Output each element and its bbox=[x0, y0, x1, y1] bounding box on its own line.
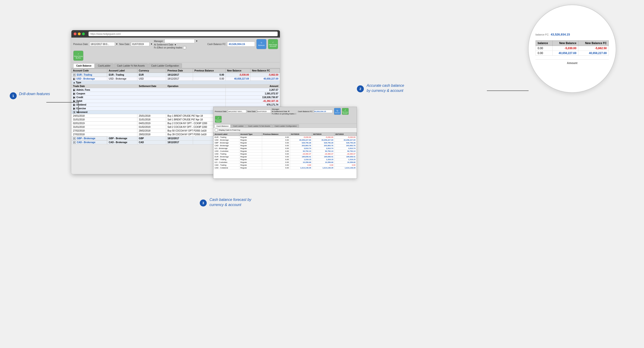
sw-table-row: USD - Custodian Regular 0.00 92,792.13 9… bbox=[214, 150, 357, 153]
zoom-amount-label: Amount bbox=[536, 59, 609, 65]
col-new-balance[interactable]: New Balance bbox=[226, 69, 250, 73]
sw-cash-fc-label: Cash Balance FC: bbox=[298, 110, 313, 112]
new-date-input[interactable] bbox=[131, 42, 150, 46]
sw-prev-date-input[interactable] bbox=[228, 110, 246, 113]
cash-balance-label: Cash Balance FC: bbox=[208, 43, 226, 46]
table-row: ▶ Coupon 1,591,072.57 bbox=[72, 92, 280, 96]
sw-refresh-icon: ↻ bbox=[336, 109, 338, 112]
expand-coupon-icon[interactable]: ▶ bbox=[73, 93, 75, 95]
sw-table-row: GBP - Trading Regular 0.00 1,318.15 1,31… bbox=[214, 158, 357, 161]
prev-date-label: Previous Date: bbox=[73, 43, 88, 46]
tab-cash-balance[interactable]: Cash Balance bbox=[73, 63, 94, 68]
expand-exercise-icon[interactable]: ▶ bbox=[73, 107, 75, 110]
title-bar: https://www.hedgeguant.com/ bbox=[72, 30, 280, 38]
annotation-1-circle: 1 bbox=[10, 92, 17, 99]
display-cash-checkbox[interactable] bbox=[215, 128, 218, 131]
col-currency[interactable]: Currency bbox=[138, 69, 166, 73]
url-bar[interactable]: https://www.hedgeguant.com/ bbox=[88, 32, 278, 36]
sw-hide-empty-button[interactable]: ✓ Hide Empty Accounts bbox=[342, 108, 349, 115]
toolbar: Previous Date: ▼ New Date: ▼ Manager: ▼ … bbox=[72, 38, 280, 62]
settlement-dropdown-icon[interactable]: ▼ bbox=[174, 44, 176, 46]
sw-table-row: EUR - Trading Regular 0.00 -5,030.00 -5,… bbox=[214, 136, 357, 139]
display-cash-group: Display Cash In Fund Ccy bbox=[214, 128, 357, 132]
expand-increment-icon[interactable]: ▼ bbox=[73, 111, 75, 113]
sw-col-d1[interactable]: 01/7/2019 bbox=[290, 133, 312, 136]
expand-gbp-icon[interactable]: + bbox=[73, 137, 76, 140]
table-row: + EUR - Trading EUR - Trading EUR 18/12/… bbox=[72, 73, 280, 77]
expand-eur-icon[interactable]: + bbox=[73, 74, 76, 76]
manager-label: Manager: bbox=[154, 40, 164, 43]
connector-line-2 bbox=[487, 90, 528, 91]
close-dot[interactable] bbox=[74, 33, 76, 35]
col-prev-balance[interactable]: Previous Balance bbox=[193, 69, 226, 73]
sw-table-row: USD - Brokerage Regular 0.00 40,658,227.… bbox=[214, 139, 357, 141]
cash-balance-input[interactable] bbox=[227, 42, 255, 47]
sw-col-label[interactable]: Account Label bbox=[214, 133, 240, 136]
prev-date-input[interactable] bbox=[90, 42, 115, 46]
new-date-dropdown-icon[interactable]: ▼ bbox=[150, 43, 152, 45]
sw-table-row: CAD - Trading Regular 0.00 0.00 0.00 0.0… bbox=[214, 164, 357, 166]
sw-cash-fc-input[interactable] bbox=[314, 110, 332, 113]
zoom-circle: balance FC: 43,526,934.15 balance New Ba… bbox=[528, 5, 616, 93]
sw-col-prev[interactable]: Previous Balance bbox=[262, 133, 290, 136]
sw-table-row: ILS - Brokerage Regular 0.00 3,910.74 3,… bbox=[214, 147, 357, 150]
zoom-row: 0.00 -5,030.00 -5,662.50 bbox=[536, 46, 609, 51]
type-sort-icon[interactable]: ▲ Type bbox=[73, 81, 81, 84]
expand-admin-icon[interactable]: ▶ bbox=[73, 89, 75, 91]
annotation-3-circle: 3 bbox=[200, 200, 207, 207]
sw-new-date-input[interactable] bbox=[257, 110, 271, 113]
manager-input[interactable] bbox=[164, 39, 195, 43]
prev-date-dropdown-icon[interactable]: ▼ bbox=[116, 43, 118, 45]
table-row: ▶ Debit -41,392,327.16 bbox=[72, 99, 280, 103]
col-account-label[interactable]: Account Label bbox=[107, 69, 138, 73]
expand-cad-icon[interactable]: + bbox=[73, 141, 76, 144]
fx-label: Fx Effect on pending trades bbox=[154, 46, 182, 49]
sw-col-d3[interactable]: 03/7/2019 bbox=[334, 133, 357, 136]
settlement-label: At Settlement Date bbox=[154, 43, 173, 46]
tab-cash-ladder[interactable]: CashLadder bbox=[95, 63, 114, 68]
sw-table-wrapper: Account Label Account Type Previous Bala… bbox=[214, 132, 357, 179]
tab-cash-ladder-net[interactable]: Cash Ladder % Net Assets bbox=[114, 63, 148, 68]
table-row: ▶ Dividend 670,171.74 bbox=[72, 103, 280, 107]
sw-tab-cash-ladder-config[interactable]: Cash Ladder Configuration bbox=[272, 124, 299, 128]
table-row: ▶ USD - Brokerage USD - Brokerage USD 18… bbox=[72, 77, 280, 81]
second-window: Previous Date: New Date: Manager: At Set… bbox=[213, 107, 357, 179]
hide-empty-button[interactable]: ✓ Hide Empty Accounts bbox=[268, 39, 278, 49]
sw-tab-cash-ladder[interactable]: Cash Ladder bbox=[231, 124, 246, 128]
sw-tab-cash-ladder-net[interactable]: Cash Ladder % Net Assets bbox=[246, 124, 272, 128]
manager-dropdown-icon[interactable]: ▼ bbox=[196, 40, 198, 42]
sw-check-icon: ✓ bbox=[344, 109, 346, 111]
manager-settlement-group: Manager: ▼ At Settlement Date ▼ Fx Effec… bbox=[154, 39, 198, 49]
zoom-table: balance New Balance New Balance FC 0.00 … bbox=[536, 40, 609, 56]
sw-table-row: ILS - Custodian Regular 0.00 10,358.68 1… bbox=[214, 161, 357, 164]
col-account-code[interactable]: Account Code bbox=[72, 69, 107, 73]
expand-credit-icon[interactable]: ▶ bbox=[73, 96, 75, 99]
sw-refresh-button[interactable]: ↻ Refresh bbox=[334, 108, 341, 115]
tab-cash-ladder-config[interactable]: Cash Ladder Configuration bbox=[148, 63, 182, 68]
sw-table-row: GBP - Brokerage Regular 0.00 628,796.28 … bbox=[214, 141, 357, 144]
annotation-2-circle: 2 bbox=[357, 85, 364, 92]
col-new-balance-fc[interactable]: New Balance FC bbox=[250, 69, 280, 73]
show-group-button[interactable]: ✓ Show Group By Box bbox=[73, 51, 84, 61]
annotation-1-text: Drill-down features bbox=[19, 92, 50, 96]
sw-col-type[interactable]: Account Type bbox=[240, 133, 262, 136]
sw-new-date-label: New Date: bbox=[247, 110, 256, 112]
col-prev-date[interactable]: Previous Date bbox=[166, 69, 193, 73]
expand-dividend-icon[interactable]: ▶ bbox=[73, 104, 75, 106]
cash-balance-group: Cash Balance FC: bbox=[208, 42, 255, 47]
sw-group-icon: ✓ bbox=[217, 117, 219, 119]
zoom-balance-fc-label: balance FC: bbox=[536, 33, 549, 36]
fx-checkbox[interactable] bbox=[183, 46, 186, 49]
maximize-dot[interactable] bbox=[82, 33, 85, 35]
check-icon: ✓ bbox=[272, 41, 274, 43]
sw-table-row: USD - Collateral Regular 0.00 1,614,148.… bbox=[214, 166, 357, 169]
refresh-button[interactable]: ↻ Refresh bbox=[256, 39, 266, 49]
new-date-group: New Date: ▼ bbox=[119, 42, 153, 46]
sw-col-d2[interactable]: 02/7/2019 bbox=[312, 133, 334, 136]
minimize-dot[interactable] bbox=[78, 33, 81, 35]
sw-tab-cash-balance[interactable]: Cash Balance bbox=[214, 124, 230, 128]
type-header-row: ▲ Type bbox=[72, 81, 280, 84]
sw-show-group-button[interactable]: ✓ Show Group By Box bbox=[215, 116, 222, 123]
connector-line-1 bbox=[46, 102, 79, 103]
expand-usd-icon[interactable]: ▶ bbox=[73, 78, 75, 80]
